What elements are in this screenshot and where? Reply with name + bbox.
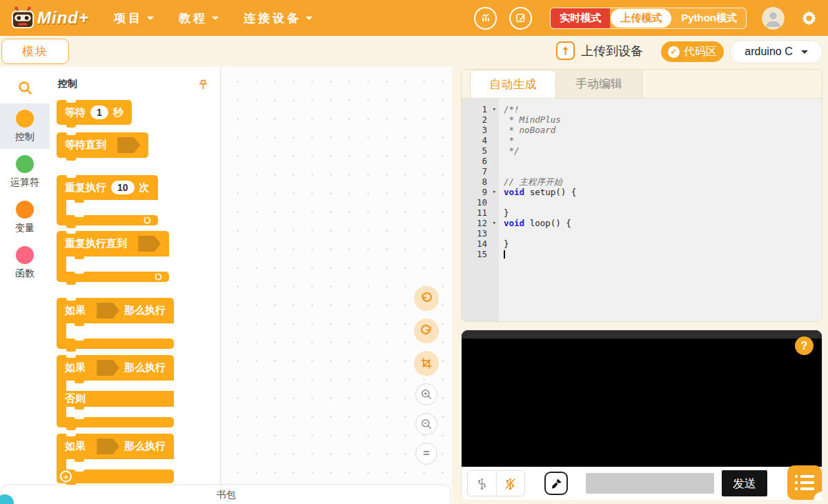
block-label: 如果 [65, 304, 86, 317]
screenshot-icon [420, 356, 433, 370]
code-line: 6 [462, 156, 822, 166]
code-token: * MindPlus [504, 114, 561, 125]
topbar-right: 实时模式 上传模式 Python模式 [462, 7, 818, 30]
top-bar: Mind+ 项目 教程 连接设备 实时模式 上传模式 Python模式 [0, 0, 828, 36]
mode-realtime-button[interactable]: 实时模式 [551, 8, 610, 28]
line-number: 11 [462, 208, 499, 218]
serial-log-list-button[interactable] [787, 465, 822, 500]
list-icon [795, 475, 814, 478]
serial-send-input[interactable] [586, 473, 714, 494]
upload-to-device-button[interactable]: 上传到设备 [556, 41, 643, 60]
help-button[interactable]: ? [795, 336, 814, 355]
block-boolean-slot[interactable] [90, 439, 119, 454]
check-icon: ✓ [668, 46, 680, 58]
palette-block[interactable]: 重复执行直到 [57, 231, 169, 282]
undo-button[interactable] [414, 286, 439, 311]
block-boolean-slot[interactable] [90, 360, 119, 376]
palette-block[interactable]: 重复执行10次 [57, 175, 158, 225]
fold-arrow-icon[interactable]: ▾ [493, 218, 496, 228]
settings-gear-icon[interactable] [800, 9, 818, 28]
category-list: 控制运算符变量函数 [0, 103, 50, 285]
zoom-out-button[interactable] [415, 413, 437, 435]
line-number: 1▾ [462, 104, 499, 114]
code-editor[interactable]: 1▾/*!2 * MindPlus3 * noBoard4 *5 */678//… [462, 99, 822, 321]
menu-project-label: 项目 [114, 10, 143, 26]
palette-block[interactable]: 如果那么执行 [57, 298, 174, 349]
community-icon[interactable] [474, 7, 497, 30]
clear-screen-button[interactable] [544, 472, 568, 495]
usb-disconnect-icon[interactable] [496, 471, 524, 496]
sidebar-category-变量[interactable]: 变量 [0, 194, 50, 240]
palette-category-title: 控制 [58, 78, 77, 90]
code-text: } [499, 239, 509, 249]
user-avatar[interactable] [762, 7, 785, 30]
feedback-edit-icon[interactable] [509, 7, 532, 30]
code-area-label: 代码区 [684, 45, 717, 59]
category-label: 函数 [15, 268, 34, 280]
loop-arrow-icon [154, 272, 163, 281]
line-number: 10 [462, 197, 499, 208]
tab-auto-generate[interactable]: 自动生成 [470, 70, 556, 98]
serial-controls-bar: 发送 [462, 467, 822, 500]
board-selector-label: arduino C [745, 46, 792, 58]
board-selector-dropdown[interactable]: arduino C [730, 40, 822, 63]
menu-connect-device[interactable]: 连接设备 [244, 10, 313, 26]
block-label: 等待 [65, 106, 86, 119]
block-else-row: 否则 [57, 391, 174, 407]
sidebar-category-运算符[interactable]: 运算符 [0, 149, 50, 194]
backpack-bar[interactable]: 书包 [1, 485, 451, 504]
tab-manual-edit[interactable]: 手动编辑 [556, 70, 642, 98]
mindplus-logo[interactable]: Mind+ [10, 6, 89, 30]
palette-header: 控制 [50, 67, 220, 90]
palette-block[interactable]: 等待1秒 [57, 100, 132, 125]
line-number: 15 [462, 249, 499, 259]
mode-upload-button[interactable]: 上传模式 [611, 9, 671, 28]
block-boolean-slot[interactable] [90, 303, 119, 319]
palette-block[interactable]: 等待直到 [57, 132, 148, 158]
usb-connect-icon[interactable] [468, 471, 496, 496]
code-token: * noBoard [504, 125, 555, 135]
block-boolean-slot[interactable] [132, 236, 161, 252]
pin-icon[interactable] [197, 79, 209, 90]
line-number: 13 [462, 228, 499, 239]
block-mouth [57, 323, 174, 339]
tab-modules[interactable]: 模块 [1, 39, 69, 64]
redo-button[interactable] [414, 319, 439, 343]
code-line: 1▾/*! [462, 104, 822, 114]
category-label: 变量 [15, 222, 34, 234]
code-area-toggle[interactable]: ✓ 代码区 [661, 41, 724, 62]
fold-arrow-icon[interactable]: ▾ [493, 187, 496, 197]
code-token: void [504, 187, 524, 197]
block-label: 次 [139, 181, 150, 194]
code-line: 15 [462, 249, 822, 259]
code-line: 5 */ [462, 145, 822, 156]
menu-project[interactable]: 项目 [114, 10, 154, 26]
add-condition-icon[interactable]: + [60, 471, 72, 483]
block-number-input[interactable]: 10 [111, 181, 135, 194]
screenshot-button[interactable] [414, 351, 439, 376]
chevron-down-icon [306, 17, 313, 23]
mode-python-button[interactable]: Python模式 [672, 8, 746, 28]
zoom-in-button[interactable] [415, 383, 437, 405]
code-text: } [499, 208, 509, 218]
block-boolean-slot[interactable] [111, 137, 140, 153]
palette-block[interactable]: 如果那么执行否则 [57, 355, 174, 427]
sidebar-category-控制[interactable]: 控制 [0, 103, 50, 149]
code-token: void [504, 218, 524, 228]
block-label: 等待直到 [65, 139, 106, 152]
sidebar-category-函数[interactable]: 函数 [0, 240, 50, 285]
block-number-input[interactable]: 1 [90, 105, 108, 119]
send-button[interactable]: 发送 [722, 470, 767, 496]
menu-tutorial[interactable]: 教程 [179, 10, 219, 26]
code-text [499, 228, 504, 239]
fold-arrow-icon[interactable]: ▾ [493, 104, 496, 114]
redo-icon [419, 323, 434, 339]
serial-monitor-panel: ? [461, 330, 822, 499]
search-icon[interactable] [0, 79, 50, 97]
serial-monitor-output[interactable] [462, 330, 822, 467]
palette-block[interactable]: 如果那么执行+ [57, 434, 174, 483]
workspace-canvas[interactable] [221, 67, 452, 504]
code-token: setup() { [524, 187, 576, 197]
zoom-in-icon [420, 387, 433, 401]
zoom-reset-button[interactable]: = [415, 443, 437, 465]
